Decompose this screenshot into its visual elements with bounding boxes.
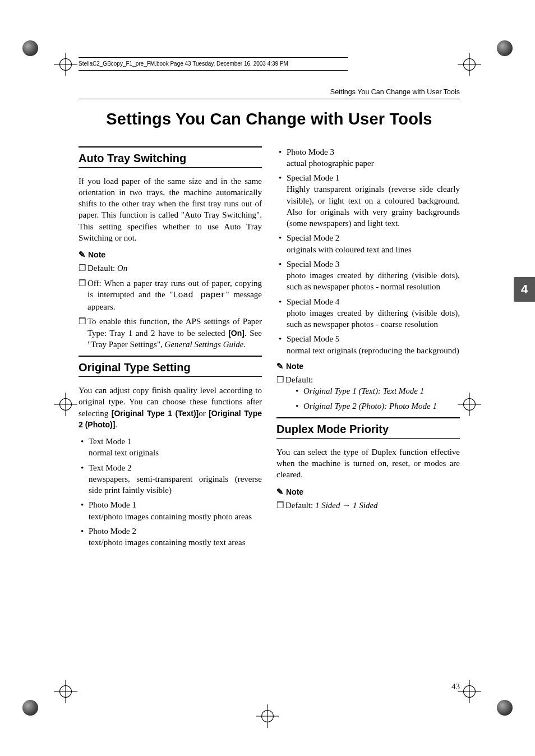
running-head: Settings You Can Change with User Tools [79,87,460,100]
crosshair-icon [54,680,77,703]
crosshair-icon [54,53,77,76]
ui-label: [Original Type 1 (Text)] [112,409,199,418]
mode-name: Photo Mode 3 [287,146,460,158]
note-text: . [243,340,246,349]
arrow-text: → [340,501,353,510]
mode-name: Special Mode 5 [287,333,460,344]
mode-list-left: Text Mode 1normal text originals Text Mo… [79,436,262,548]
list-item: Special Mode 4photo images created by di… [287,296,460,330]
mode-desc: text/photo images containing mostly phot… [89,511,262,522]
default-value: Original Type 2 (Photo): Photo Mode 1 [303,400,460,412]
crosshair-icon [458,393,481,416]
mode-name: Photo Mode 1 [89,499,262,510]
note-heading: Note [79,249,262,260]
crosshair-icon [458,680,481,703]
note-code: Load paper [173,291,226,300]
section-title: Original Type Setting [79,356,262,377]
page-title: Settings You Can Change with User Tools [79,108,460,130]
mode-name: Photo Mode 2 [89,525,262,537]
default-value: 1 Sided [353,501,378,510]
ui-label: [On] [228,329,245,338]
section-body: You can select the type of Duplex functi… [276,446,460,481]
reference-title: General Settings Guide [165,340,244,349]
mode-name: Special Mode 3 [287,259,460,270]
print-registration-circle [497,700,513,716]
section-original-type-setting: Original Type Setting You can adjust cop… [79,356,262,548]
list-item: Text Mode 1normal text originals [89,436,262,459]
note-item: Off: When a paper tray runs out of paper… [87,278,262,313]
default-label: Default: [285,375,313,384]
section-auto-tray-switching: Auto Tray Switching If you load paper of… [79,146,262,351]
note-value: On [117,264,127,273]
print-registration-circle [22,700,38,716]
list-item: Photo Mode 2text/photo images containing… [89,525,262,548]
section-duplex-mode-priority: Duplex Mode Priority You can select the … [276,417,460,511]
mode-desc: photo images created by dithering (visib… [287,307,460,330]
list-item: Photo Mode 3actual photographic paper [287,146,460,169]
mode-name: Special Mode 2 [287,232,460,243]
note-heading: Note [276,486,460,497]
default-label: Default: [285,501,315,510]
note-item: Default: Original Type 1 (Text): Text Mo… [285,374,460,412]
section-body: If you load paper of the same size and i… [79,176,262,244]
print-registration-circle [497,40,513,56]
mode-desc: photo images created by dithering (visib… [287,270,460,293]
mode-desc: originals with coloured text and lines [287,244,460,255]
note-list: Default: Original Type 1 (Text): Text Mo… [276,374,460,412]
list-item: Photo Mode 1text/photo images containing… [89,499,262,522]
mode-desc: normal text originals (reproducing the b… [287,345,460,356]
mode-desc: Highly transparent originals (reverse si… [287,183,460,229]
default-value: 1 Sided [315,501,340,510]
default-sublist: Original Type 1 (Text): Text Mode 1 Orig… [285,385,460,412]
page-content: StellaC2_GBcopy_F1_pre_FM.book Page 43 T… [79,50,460,689]
list-item: Text Mode 2newspapers, semi-transparent … [89,462,262,496]
note-list: Default: 1 Sided → 1 Sided [276,500,460,511]
list-item: Special Mode 5normal text originals (rep… [287,333,460,356]
crosshair-icon [458,53,481,76]
chapter-thumb-tab: 4 [514,277,535,302]
print-registration-circle [22,40,38,56]
note-text: Default: [87,264,117,273]
note-item: Default: On [87,262,262,274]
mode-desc: actual photographic paper [287,158,460,169]
mode-desc: text/photo images containing mostly text… [89,537,262,548]
list-item: Special Mode 1Highly transparent origina… [287,172,460,229]
crosshair-icon [54,393,77,416]
section-body: You can adjust copy finish quality level… [79,385,262,430]
note-item: To enable this function, the APS setting… [87,316,262,350]
note-list: Default: On Off: When a paper tray runs … [79,262,262,350]
mode-desc: newspapers, semi-transparent originals (… [89,473,262,496]
list-item: Special Mode 2originals with coloured te… [287,232,460,255]
crosshair-icon [256,704,279,728]
book-meta-line: StellaC2_GBcopy_F1_pre_FM.book Page 43 T… [79,57,348,71]
body-columns: Auto Tray Switching If you load paper of… [79,146,460,548]
page-number: 43 [451,681,460,692]
list-item: Special Mode 3photo images created by di… [287,259,460,293]
text: . [115,420,117,429]
default-value: Original Type 1 (Text): Text Mode 1 [303,385,460,397]
text: or [199,409,209,418]
section-title: Duplex Mode Priority [276,417,460,439]
mode-name: Text Mode 2 [89,462,262,473]
note-item: Default: 1 Sided → 1 Sided [285,500,460,511]
note-heading: Note [276,361,460,372]
mode-name: Special Mode 4 [287,296,460,307]
mode-name: Special Mode 1 [287,172,460,183]
section-title: Auto Tray Switching [79,146,262,168]
mode-list-right: Photo Mode 3actual photographic paper Sp… [276,146,460,356]
mode-name: Text Mode 1 [89,436,262,447]
mode-desc: normal text originals [89,447,262,458]
